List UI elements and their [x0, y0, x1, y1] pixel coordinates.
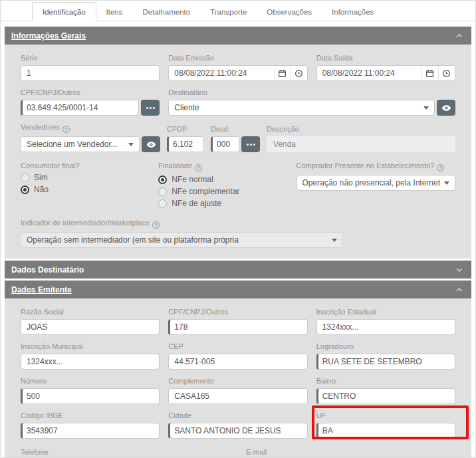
data-saida-calendar-button[interactable]: [421, 66, 438, 80]
cfop-label: CFOP: [167, 125, 204, 133]
inscricao-municipal-input[interactable]: [21, 354, 160, 370]
help-icon[interactable]: ?: [152, 221, 160, 229]
calendar-icon: [425, 69, 434, 78]
tab-transporte[interactable]: Transporte: [200, 3, 257, 21]
radio-nfe-complementar[interactable]: NFe complementar: [158, 187, 287, 196]
view-vendedor-button[interactable]: [142, 136, 160, 152]
vendedores-value: Selecione um Vendedor...: [27, 140, 124, 149]
desd-lookup-button[interactable]: [241, 136, 260, 152]
data-saida-time-button[interactable]: [438, 66, 455, 80]
radio-selected-icon: [21, 185, 29, 194]
view-destinatario-button[interactable]: [437, 100, 455, 116]
tab-observacoes[interactable]: Observações: [257, 3, 322, 21]
radio-sim[interactable]: Sim: [21, 173, 150, 182]
chevron-down-icon: [444, 181, 449, 185]
calendar-icon: [278, 69, 287, 78]
field-logradouro: Logradouro: [316, 342, 455, 370]
section-title: Informações Gerais: [11, 31, 86, 41]
section-header-dados-destinatario[interactable]: Dados Destinatário: [5, 261, 471, 279]
field-descricao: Descrição Venda: [267, 125, 455, 152]
inscricao-estadual-input[interactable]: [316, 319, 455, 335]
eye-icon: [146, 140, 156, 150]
cpf-cnpj-input[interactable]: [21, 100, 139, 116]
indicador-intermediador-select[interactable]: Operação sem intermediador (em site ou p…: [21, 232, 343, 248]
tab-identificacao[interactable]: Identificação: [32, 2, 96, 21]
numero-input[interactable]: [21, 388, 160, 404]
indicador-intermediador-label: Indicador de intermediador/marketplace?: [21, 219, 455, 229]
numero-label: Número: [21, 377, 160, 385]
help-icon[interactable]: ?: [437, 164, 444, 172]
emitente-cpf-label: CPF/CNPJ/Outros: [168, 308, 307, 316]
data-emissao-calendar-button[interactable]: [274, 66, 291, 80]
vendedores-select[interactable]: Selecione um Vendedor...: [21, 136, 140, 152]
field-codigo-ibge: Código IBGE: [21, 411, 160, 439]
field-indicador-intermediador: Indicador de intermediador/marketplace? …: [21, 219, 455, 248]
section-body-informacoes-gerais: Série Data Emissão 08/08/2022 11:00:24 D…: [5, 45, 471, 259]
comprador-presente-select[interactable]: Operação não presencial, pela Internet: [297, 175, 455, 191]
complemento-input[interactable]: [168, 388, 307, 404]
comprador-presente-label: Comprador Presente no Estabelecimento??: [297, 162, 455, 172]
tab-informacoes[interactable]: Informações: [322, 3, 384, 21]
radio-nfe-normal[interactable]: NFe normal: [158, 175, 287, 184]
inscricao-estadual-label: Inscrição Estadual: [316, 308, 455, 316]
data-emissao-value[interactable]: 08/08/2022 11:00:24: [169, 66, 273, 80]
field-cep: CEP: [168, 342, 307, 370]
data-saida-value[interactable]: 08/08/2022 11:00:24: [317, 66, 421, 80]
radio-label: Sim: [34, 173, 48, 182]
help-icon[interactable]: ?: [62, 126, 70, 133]
destinatario-select[interactable]: Cliente: [168, 100, 435, 116]
chevron-down-icon: [332, 239, 337, 242]
cep-label: CEP: [168, 342, 307, 350]
section-header-informacoes-gerais[interactable]: Informações Gerais: [5, 27, 471, 45]
cpf-lookup-button[interactable]: [141, 100, 160, 116]
ellipsis-icon: [246, 144, 256, 146]
field-inscricao-municipal: Inscrição Municipal: [21, 342, 160, 370]
tab-bar: Identificação Itens Detalhamento Transpo…: [1, 1, 475, 21]
field-telefone: Telefone: [21, 448, 230, 458]
tab-itens[interactable]: Itens: [96, 3, 133, 21]
desd-input[interactable]: [211, 136, 239, 152]
cpf-cnpj-label: CPF/CNPJ/Outros: [21, 88, 160, 96]
field-uf: UF: [316, 411, 455, 439]
finalidade-label: Finalidade?: [158, 162, 287, 172]
radio-icon: [158, 187, 167, 196]
form-content: Informações Gerais Série Data Emissão 08…: [1, 21, 475, 458]
tab-detalhamento[interactable]: Detalhamento: [133, 3, 201, 21]
field-cidade: Cidade: [168, 411, 307, 439]
section-header-dados-emitente[interactable]: Dados Emitente: [5, 281, 471, 298]
eye-icon: [441, 103, 451, 113]
ellipsis-icon: [146, 107, 156, 109]
cep-input[interactable]: [168, 354, 307, 370]
email-label: E-mail: [246, 448, 455, 456]
razao-social-input[interactable]: [21, 319, 160, 335]
vendedores-label: Vendedores?: [21, 123, 160, 133]
radio-nfe-de-ajuste[interactable]: NFe de ajuste: [158, 199, 287, 208]
desd-label: Desd.: [211, 125, 260, 133]
field-razao-social: Razão Social: [21, 308, 160, 335]
cidade-input[interactable]: [168, 423, 307, 439]
codigo-ibge-input[interactable]: [21, 423, 160, 439]
field-complemento: Complemento: [168, 377, 307, 404]
section-body-dados-emitente: Razão Social CPF/CNPJ/Outros Inscrição E…: [5, 298, 471, 458]
field-desd: Desd.: [211, 125, 260, 152]
field-comprador-presente: Comprador Presente no Estabelecimento?? …: [297, 162, 455, 208]
field-cpf-cnpj: CPF/CNPJ/Outros: [21, 88, 160, 116]
uf-input[interactable]: [316, 423, 455, 439]
serie-input[interactable]: [21, 65, 160, 81]
field-consumidor-final: Consumidor final? Sim Não: [21, 162, 150, 208]
data-emissao-input[interactable]: 08/08/2022 11:00:24: [168, 65, 307, 81]
field-data-emissao: Data Emissão 08/08/2022 11:00:24: [168, 54, 307, 81]
uf-label: UF: [316, 411, 455, 419]
help-icon[interactable]: ?: [195, 164, 202, 172]
field-numero: Número: [21, 377, 160, 404]
data-emissao-time-button[interactable]: [291, 66, 307, 80]
chevron-down-icon: [128, 143, 134, 146]
data-saida-label: Data Saída: [316, 54, 455, 62]
bairro-input[interactable]: [316, 388, 455, 404]
data-saida-input[interactable]: 08/08/2022 11:00:24: [316, 65, 455, 81]
section-title: Dados Emitente: [11, 285, 72, 294]
radio-nao[interactable]: Não: [21, 185, 150, 194]
cfop-input[interactable]: [167, 136, 204, 152]
emitente-cpf-input[interactable]: [168, 319, 307, 335]
logradouro-input[interactable]: [316, 354, 455, 370]
